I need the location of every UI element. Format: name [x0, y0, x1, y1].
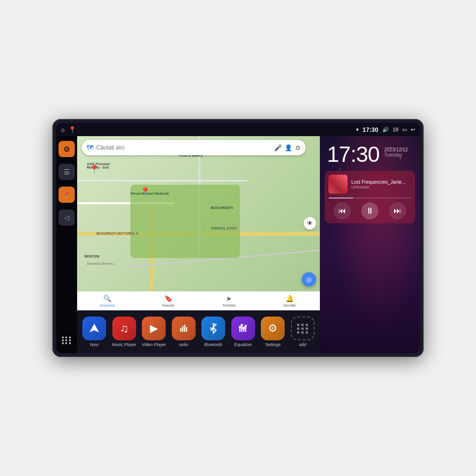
bottom-app-bar: Navi ♫ Music Player ▶ Video Player: [77, 310, 320, 353]
map-nav-saved[interactable]: 🔖 Salvate: [138, 292, 199, 310]
equalizer-icon: [231, 317, 255, 340]
map-nav-news[interactable]: 🔔 Noutăți: [259, 292, 320, 310]
sidebar-grid-button[interactable]: [59, 332, 75, 348]
app-video-player[interactable]: ▶ Video Player: [141, 317, 167, 347]
play-icon: ▶: [150, 322, 158, 335]
right-panel: 17:30 2023/12/12 Tuesday 🎵: [320, 136, 420, 353]
app-radio[interactable]: radio: [171, 317, 197, 347]
music-note-icon: ♫: [120, 322, 129, 335]
battery-level: 18: [393, 127, 398, 132]
app-music-player[interactable]: ♫ Music Player: [112, 317, 137, 347]
map-google-icon: 🗺: [87, 144, 93, 151]
music-player-label: Music Player: [112, 342, 137, 347]
radio-label: radio: [179, 342, 188, 347]
map-area[interactable]: Parcul Natural Văcărești BUCUREȘTI BUCUR…: [77, 136, 320, 310]
eye-icon: 👁: [307, 220, 313, 227]
battery-icon: ▭: [402, 127, 407, 133]
wifi-icon: ▾: [356, 127, 359, 133]
app-navi[interactable]: Navi: [82, 317, 107, 347]
news-label: Noutăți: [284, 303, 296, 307]
svg-point-14: [244, 325, 247, 327]
sidebar-bottom: [59, 332, 75, 348]
svg-marker-0: [89, 324, 99, 332]
music-next-button[interactable]: ⏭: [389, 202, 406, 219]
navi-label: Navi: [90, 342, 99, 347]
berceni-label: BERCENI: [84, 255, 99, 258]
road-top: [77, 180, 247, 181]
status-left-icons: ⌂ 📍: [61, 126, 76, 133]
equalizer-svg-icon: [237, 322, 250, 335]
center-content: Parcul Natural Văcărești BUCUREȘTI BUCUR…: [77, 136, 320, 353]
sector4-label: BUCUREȘTI SECTORUL 4: [97, 232, 138, 235]
video-player-label: Video Player: [142, 342, 166, 347]
status-right-icons: ▾ 17:30 🔊 18 ▭ ↩: [356, 126, 416, 133]
music-player-icon: ♫: [112, 317, 136, 340]
status-time: 17:30: [363, 126, 378, 133]
svg-point-13: [242, 327, 245, 329]
music-title: Lost Frequencies_Janie...: [351, 179, 411, 185]
equalizer-label: Equalizer: [234, 342, 252, 347]
app-add[interactable]: add: [290, 317, 316, 347]
bluetooth-label: Bluetooth: [204, 342, 222, 347]
music-widget: 🎵 Lost Frequencies_Janie... Unknown: [325, 171, 415, 223]
map-eye-button[interactable]: 👁: [304, 217, 316, 229]
map-nav-explore[interactable]: 🔍 Explorați: [77, 292, 138, 310]
prev-icon: ⏮: [338, 207, 346, 215]
add-grid-dots: [297, 324, 308, 334]
main-area: ⚙ ☰ 📍 ◁: [56, 136, 420, 353]
sosea-label: Șoseaua Bercen...: [87, 262, 115, 265]
music-progress-bar[interactable]: [328, 198, 411, 198]
music-art-icon: 🎵: [333, 180, 343, 189]
axis-pin: 📍: [89, 164, 99, 175]
gear-icon: ⚙: [268, 322, 278, 335]
profile-icon[interactable]: 👤: [285, 144, 292, 151]
volume-icon: 🔊: [382, 127, 389, 133]
sidebar-maps-button[interactable]: 📍: [59, 187, 75, 203]
app-equalizer[interactable]: Equalizer: [231, 317, 256, 347]
music-prev-button[interactable]: ⏮: [334, 202, 351, 219]
settings-label: Settings: [265, 342, 281, 347]
saved-label: Salvate: [162, 303, 175, 307]
settings-map-icon[interactable]: ⚙: [295, 144, 301, 151]
map-search-bar[interactable]: 🗺 🎤 👤 ⚙: [82, 140, 306, 155]
svg-point-12: [240, 324, 243, 327]
home-status-icon[interactable]: ⌂: [61, 126, 65, 133]
nav-arrow-icon: ◁: [64, 214, 69, 221]
judet-label: JUDEȚUL ILFOV: [211, 227, 237, 230]
news-icon: 🔔: [286, 295, 294, 302]
music-text: Lost Frequencies_Janie... Unknown: [351, 179, 411, 189]
map-pin-icon: 📍: [62, 190, 71, 199]
music-progress-fill: [328, 198, 353, 198]
music-album-art: 🎵: [328, 175, 347, 194]
sidebar-nav-button[interactable]: ◁: [59, 209, 75, 226]
bluetooth-icon: [201, 317, 225, 340]
explore-label: Explorați: [100, 303, 115, 307]
sidebar-settings-button[interactable]: ⚙: [59, 141, 75, 157]
back-icon[interactable]: ↩: [411, 127, 415, 133]
music-pause-button[interactable]: ⏸: [361, 202, 378, 219]
map-search-input[interactable]: [96, 144, 271, 151]
app-settings[interactable]: ⚙ Settings: [260, 317, 286, 347]
files-icon: ☰: [64, 168, 70, 176]
album-art-visual: 🎵: [328, 175, 347, 194]
map-bottom-nav: 🔍 Explorați 🔖 Salvate ➤ Trimiteți: [77, 291, 320, 310]
send-label: Trimiteți: [222, 303, 236, 307]
left-sidebar: ⚙ ☰ 📍 ◁: [56, 136, 77, 353]
map-location-fab[interactable]: ◎: [302, 272, 316, 287]
next-icon: ⏭: [394, 207, 401, 215]
status-bar: ⌂ 📍 ▾ 17:30 🔊 18 ▭ ↩: [56, 123, 420, 136]
voice-search-icon[interactable]: 🎤: [274, 144, 282, 151]
app-bluetooth[interactable]: Bluetooth: [201, 317, 226, 347]
pause-icon: ⏸: [366, 206, 374, 216]
music-artist: Unknown: [351, 185, 411, 189]
clock-day: Tuesday: [384, 152, 408, 158]
bucharest-label: BUCUREȘTI: [211, 206, 233, 210]
maps-status-icon[interactable]: 📍: [69, 126, 76, 133]
settings-app-icon: ⚙: [261, 317, 285, 340]
send-icon: ➤: [226, 295, 232, 302]
video-player-icon: ▶: [142, 317, 166, 340]
sidebar-files-button[interactable]: ☰: [59, 164, 75, 180]
map-nav-send[interactable]: ➤ Trimiteți: [198, 292, 259, 310]
navi-icon: [82, 317, 106, 340]
add-label: add: [299, 342, 306, 347]
